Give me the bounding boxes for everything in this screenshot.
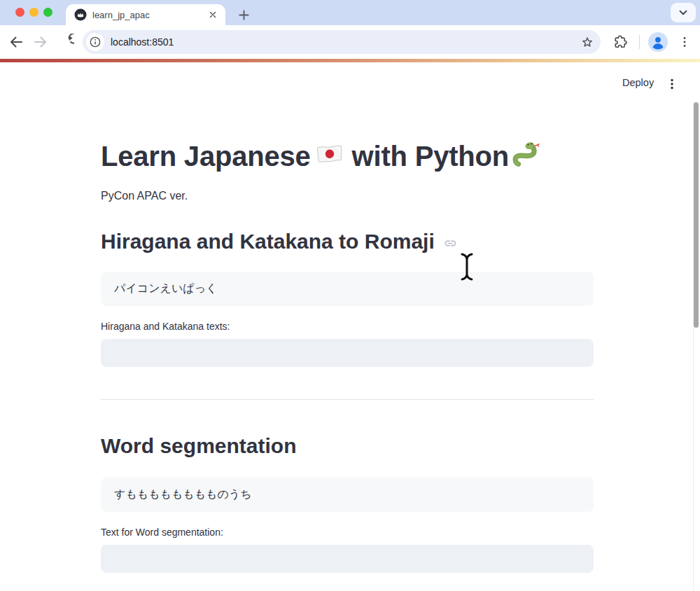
window-close-button[interactable] xyxy=(15,8,24,17)
section-heading-segmentation: Word segmentation xyxy=(101,434,296,458)
tab-favicon-crown-icon xyxy=(74,8,87,21)
forward-icon[interactable] xyxy=(32,34,49,50)
back-icon[interactable] xyxy=(8,34,24,50)
romaji-example-input[interactable]: パイコンえいぱっく xyxy=(101,272,594,306)
segmentation-input-label: Text for Word segmentation: xyxy=(101,527,223,538)
snake-emoji xyxy=(512,140,542,174)
tab-close-icon[interactable] xyxy=(206,8,220,22)
section-heading-segmentation-text: Word segmentation xyxy=(101,434,296,458)
deploy-button[interactable]: Deploy xyxy=(622,77,654,88)
japan-flag-emoji xyxy=(314,142,345,174)
bookmark-star-icon[interactable] xyxy=(580,35,594,49)
titlebar: learn_jp_apac xyxy=(0,0,700,25)
romaji-input-label: Hiragana and Katakana texts: xyxy=(101,321,230,332)
anchor-link-icon[interactable] xyxy=(444,231,457,255)
app-menu-kebab-icon[interactable] xyxy=(665,77,679,91)
window-minimize-button[interactable] xyxy=(29,8,38,17)
extensions-puzzle-icon[interactable] xyxy=(612,34,629,50)
page-title: Learn Japanese with Python xyxy=(101,139,647,174)
url-text[interactable]: localhost:8501 xyxy=(111,30,174,54)
new-tab-button[interactable] xyxy=(235,6,252,23)
section-heading-romaji: Hiragana and Katakana to Romaji xyxy=(101,228,457,255)
page-title-part1: Learn Japanese xyxy=(101,141,311,172)
section-divider xyxy=(101,399,594,400)
romaji-text-input[interactable] xyxy=(101,339,594,367)
site-info-icon[interactable] xyxy=(86,33,104,51)
reload-icon[interactable] xyxy=(57,34,74,50)
tab-search-chevron-button[interactable] xyxy=(671,3,696,22)
browser-menu-kebab-icon[interactable] xyxy=(676,34,693,50)
scrollbar-thumb[interactable] xyxy=(694,102,699,328)
address-bar[interactable]: localhost:8501 xyxy=(83,30,601,54)
browser-window: learn_jp_apac xyxy=(0,0,700,591)
profile-avatar[interactable] xyxy=(648,32,668,52)
page-title-part2: with Python xyxy=(352,141,509,172)
toolbar-divider xyxy=(639,35,640,49)
browser-toolbar: localhost:8501 xyxy=(0,25,700,59)
page-subtitle: PyCon APAC ver. xyxy=(101,190,188,202)
tab-title: learn_jp_apac xyxy=(92,10,206,20)
section-heading-romaji-text: Hiragana and Katakana to Romaji xyxy=(101,230,435,253)
streamlit-app: Deploy Learn Japanese with Python xyxy=(0,62,700,591)
segmentation-example-input[interactable]: すもももももももものうち xyxy=(101,478,594,512)
window-zoom-button[interactable] xyxy=(43,8,52,17)
segmentation-text-input[interactable] xyxy=(101,545,594,573)
browser-tab[interactable]: learn_jp_apac xyxy=(66,4,225,25)
